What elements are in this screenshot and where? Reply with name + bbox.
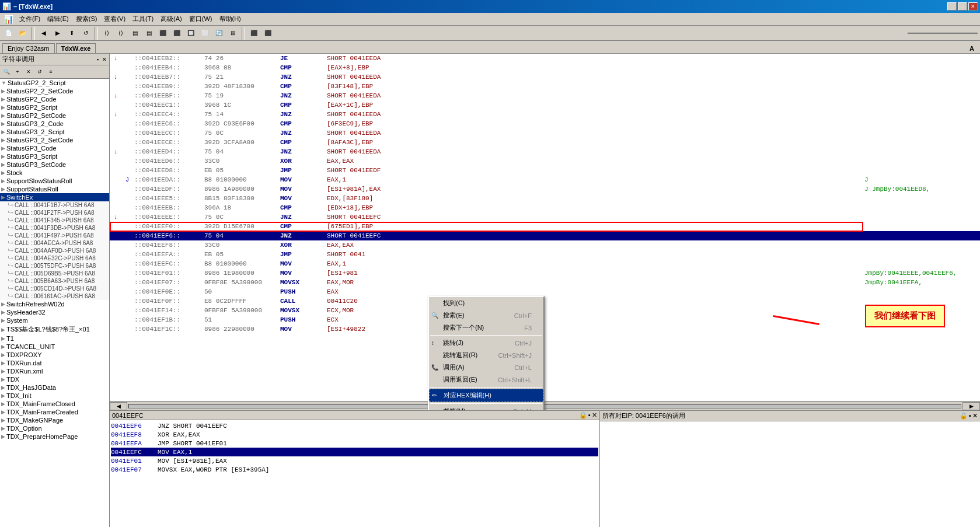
disasm-line[interactable]: J::0041EEDA::B8 01000000MOVEAX,1J <box>110 175 980 184</box>
bottom-code-line[interactable]: 0041EEF6JNZ SHORT 0041EEFC <box>111 421 598 430</box>
disasm-line[interactable]: ::0041EF0E::50PUSHEAX <box>110 287 980 296</box>
menu-file[interactable]: 文件(F) <box>16 13 44 25</box>
disasm-line[interactable]: ::0041EED8::EB 05JMPSHORT 0041EEDF <box>110 166 980 175</box>
disasm-line[interactable]: ::0041EECC::75 0CJNZSHORT 0041EEDA <box>110 128 980 138</box>
disasm-line[interactable]: ::0041EEB4::3968 08CMP[EAX+8],EBP <box>110 63 980 72</box>
toolbar-btn3[interactable]: ▤ <box>128 27 141 40</box>
bottom-right-float-button[interactable]: ▪ <box>969 412 971 420</box>
tree-area[interactable]: ▼ StatusGP2_2_Script▶ StatusGP2_2_SetCod… <box>0 79 109 527</box>
toolbar-hex2[interactable]: ⬛ <box>261 27 274 40</box>
tree-item[interactable]: ▶ SysHeader32 <box>0 308 109 316</box>
tab-enjoy[interactable]: Enjoy C32asm <box>2 43 55 53</box>
toolbar-btn7[interactable]: 🔲 <box>184 27 197 40</box>
bottom-right-close-button[interactable]: ✕ <box>972 412 978 420</box>
toolbar-new[interactable]: 📄 <box>2 27 15 40</box>
panel-float-button[interactable]: ▪ <box>97 57 99 62</box>
tree-item[interactable]: ⮡ CALL ::004AECA->PUSH 6A8 <box>0 239 109 247</box>
toolbar-up[interactable]: ⬆ <box>65 27 78 40</box>
menu-edit[interactable]: 编辑(E) <box>44 13 72 25</box>
minimize-button[interactable]: _ <box>947 2 957 11</box>
toolbar-hex1[interactable]: ⬛ <box>247 27 260 40</box>
bottom-code-line[interactable]: 0041EEFCMOV EAX,1 <box>111 448 598 456</box>
toolbar-btn10[interactable]: ⊞ <box>226 27 239 40</box>
tree-item[interactable]: ⮡ CALL ::005T5DFC->PUSH 6A8 <box>0 262 109 270</box>
bottom-code-line[interactable]: 0041EF07MOVSX EAX,WORD PTR [ESI+395A] <box>111 465 598 474</box>
menu-advanced[interactable]: 高级(A) <box>157 13 186 25</box>
disasm-line[interactable]: ::0041EEC1::3968 1CCMP[EAX+1C],EBP <box>110 100 980 110</box>
disasm-line[interactable]: ↓::0041EEEE::75 0CJNZSHORT 0041EEFC <box>110 212 980 222</box>
context-menu-item-call-back[interactable]: 调用返回(E)Ctrl+Shift+L <box>429 374 543 386</box>
tree-item[interactable]: ▼ StatusGP2_2_Script <box>0 79 109 87</box>
toolbar-btn4[interactable]: ▤ <box>142 27 155 40</box>
tree-item[interactable]: ⮡ CALL ::0041F3DB->PUSH 6A8 <box>0 224 109 232</box>
context-menu-item-call[interactable]: 📞调用(A)Ctrl+L <box>429 361 543 374</box>
tree-item[interactable]: ▶ SwitchEx <box>0 193 109 201</box>
scroll-left-btn[interactable]: ◀ <box>110 402 127 410</box>
tree-item[interactable]: ▶ StatusGP3_2_Script <box>0 128 109 136</box>
toolbar-btn9[interactable]: 🔄 <box>212 27 225 40</box>
disasm-line[interactable]: ↓::0041EED4::75 04JNZSHORT 0041EEDA <box>110 147 980 156</box>
tree-item[interactable]: ▶ TDXRun.xml <box>0 367 109 375</box>
tree-item[interactable]: ▶ StatusGP2_Script <box>0 103 109 111</box>
panel-add-btn[interactable]: + <box>12 67 23 77</box>
disasm-line[interactable]: ::0041EEDF::8986 1A980000MOV[ESI+981A],E… <box>110 184 980 194</box>
bottom-code-line[interactable]: 0041EF01MOV [ESI+981E],EAX <box>111 456 598 465</box>
disasm-line[interactable]: ::0041EEFA::EB 05JMPSHORT 0041 <box>110 250 980 259</box>
disasm-line[interactable]: ::0041EEF8::33C0XOREAX,EAX <box>110 240 980 250</box>
disasm-line[interactable]: ::0041EF01::8986 1E980000MOV[ESI+981JmpB… <box>110 268 980 278</box>
disasm-line[interactable]: ::0041EEEB::396A 18CMP[EDX+18],EBP <box>110 203 980 212</box>
disasm-line[interactable]: ::0041EEB9::392D 48F18300CMP[83F148],EBP <box>110 82 980 91</box>
toolbar-btn5[interactable]: ⬛ <box>156 27 169 40</box>
tree-item[interactable]: ▶ StatusGP3_Script <box>0 152 109 160</box>
panel-opt-btn[interactable]: ≡ <box>46 67 56 77</box>
disasm-line[interactable]: ↓::0041EEC4::75 14JNZSHORT 0041EEDA <box>110 110 980 119</box>
tree-item[interactable]: ▶ TDXRun.dat <box>0 359 109 367</box>
tree-item[interactable]: ▶ TDX_HasJGData <box>0 383 109 392</box>
tree-item[interactable]: ▶ TDX_MakeGNPage <box>0 416 109 424</box>
menu-view[interactable]: 查看(V) <box>100 13 129 25</box>
disasm-line[interactable]: ::0041EF14::0FBF8F 5A390000MOVSXECX,MOR <box>110 306 980 315</box>
scroll-right-btn[interactable]: ▶ <box>962 402 980 410</box>
tree-item[interactable]: ▶ StatusGP2_SetCode <box>0 111 109 120</box>
panel-ref-btn[interactable]: ↺ <box>34 67 45 77</box>
tree-item[interactable]: ▶ TDX_Option <box>0 424 109 432</box>
bottom-left-close-button[interactable]: ✕ <box>592 411 597 419</box>
tree-item[interactable]: ⮡ CALL ::0041F345->PUSH 6A8 <box>0 217 109 224</box>
tree-item[interactable]: ⮡ CALL ::0041F1B7->PUSH 6A8 <box>0 201 109 209</box>
disasm-line[interactable]: ↓::0041EEBF::75 19JNZSHORT 0041EEDA <box>110 91 980 100</box>
tree-item[interactable]: ▶ TDX <box>0 375 109 383</box>
disasm-line[interactable]: ::0041EF1C::8986 22980000MOV[ESI+49822 <box>110 324 980 334</box>
context-menu-item-bookmark[interactable]: 书签(M)Ctrl+M <box>429 405 543 410</box>
bottom-code[interactable]: 0041EEF6JNZ SHORT 0041EEFC0041EEF8XOR EA… <box>110 420 599 527</box>
disasm-line[interactable]: ::0041EF07::0FBF8E 5A390000MOVSXEAX,MORJ… <box>110 278 980 287</box>
tree-item[interactable]: ▶ TDX_MainFrameClosed <box>0 400 109 408</box>
tree-item[interactable]: ▶ SupportStatusRoll <box>0 185 109 193</box>
bottom-left-float-button[interactable]: ▪ <box>588 411 591 419</box>
context-menu-item-jump[interactable]: ↕跳转(J)Ctrl+J <box>429 337 543 349</box>
tree-item[interactable]: ⮡ CALL ::005B6A63->PUSH 6A8 <box>0 277 109 285</box>
tree-item[interactable]: ▶ TDXPROXY <box>0 351 109 359</box>
tree-item[interactable]: ⮡ CALL ::0041F2TF->PUSH 6A8 <box>0 209 109 217</box>
bottom-code-line[interactable]: 0041EEF8XOR EAX,EAX <box>111 430 598 439</box>
tree-item[interactable]: ▶ StatusGP3_2_SetCode <box>0 136 109 144</box>
panel-del-btn[interactable]: ✕ <box>23 67 34 77</box>
disasm-line[interactable]: ↓::0041EEB2::74 26JESHORT 0041EEDA <box>110 54 980 63</box>
toolbar-btn2[interactable]: ⟨⟩ <box>114 27 127 40</box>
menu-search[interactable]: 搜索(S) <box>72 13 101 25</box>
menu-help[interactable]: 帮助(H) <box>216 13 245 25</box>
tree-item[interactable]: ⮡ CALL ::0041F497->PUSH 6A8 <box>0 232 109 239</box>
maximize-button[interactable]: □ <box>958 2 967 11</box>
close-button[interactable]: ✕ <box>968 2 978 11</box>
context-menu-item-find[interactable]: 找到(C) <box>429 297 543 309</box>
disasm-line[interactable]: ::0041EECE::392D 3CFA8A00CMP[8AFA3C],EBP <box>110 138 980 147</box>
tab-tdxw[interactable]: TdxW.exe <box>56 43 96 53</box>
tree-item[interactable]: ▶ TCANCEL_UNIT <box>0 343 109 351</box>
disasm-line[interactable]: ::0041EEF0::392D D15E6700CMP[675ED1],EBP <box>110 222 980 231</box>
context-menu-item-jump-back[interactable]: 跳转返回(R)Ctrl+Shift+J <box>429 349 543 361</box>
tree-item[interactable]: ⮡ CALL ::005CD14D->PUSH 6A8 <box>0 285 109 292</box>
tree-item[interactable]: ▶ TDX_MainFrameCreated <box>0 408 109 416</box>
disasm-line[interactable]: ::0041EF0F::E8 0C2DFFFFCALL00411C20 <box>110 296 980 306</box>
disasm-line[interactable]: ↓::0041EEB7::75 21JNZSHORT 0041EEDA <box>110 72 980 82</box>
toolbar-btn8[interactable]: ⬜ <box>198 27 211 40</box>
menu-window[interactable]: 窗口(W) <box>186 13 216 25</box>
